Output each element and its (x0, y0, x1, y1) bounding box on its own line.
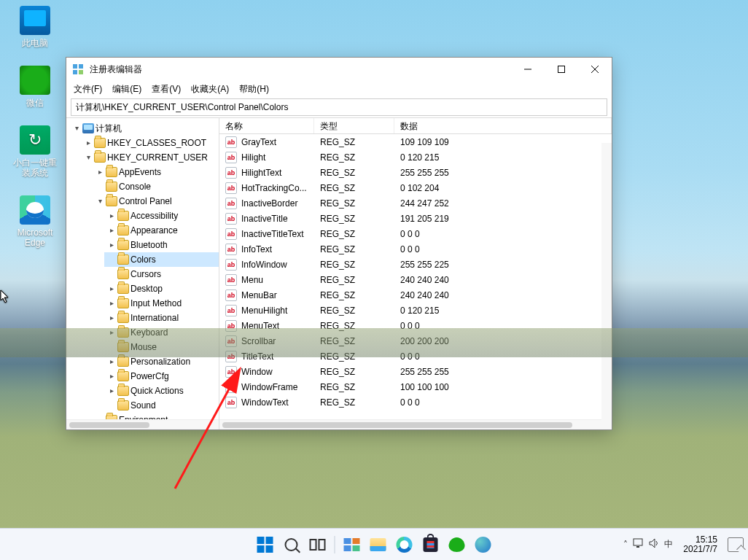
maximize-button[interactable] (545, 58, 578, 81)
list-item[interactable]: abWindowTextREG_SZ0 0 0 (219, 394, 612, 410)
desktop-icon-edge[interactable]: Microsoft Edge (12, 195, 58, 248)
list-item[interactable]: abHilightREG_SZ0 120 215 (219, 149, 612, 165)
tree-node[interactable]: ▸Input Method (104, 296, 219, 311)
list-item[interactable]: abWindowREG_SZ255 255 255 (219, 364, 612, 379)
list-item[interactable]: abHilightTextREG_SZ255 255 255 (219, 165, 612, 180)
menu-help[interactable]: 帮助(H) (235, 82, 273, 97)
list-item[interactable]: abWindowFrameREG_SZ100 100 100 (219, 379, 612, 394)
desktop-icon-xiaobai[interactable]: 小白一键重装系统 (12, 125, 58, 178)
tree-node[interactable]: ▸Desktop (104, 281, 219, 296)
tree-node[interactable]: Colors (104, 252, 219, 267)
taskbar-right: ˄ 中 15:15 2021/7/7 (623, 535, 744, 554)
tree-label: Mouse (130, 340, 157, 354)
tree-node[interactable]: ▸Keyboard (104, 325, 219, 340)
taskview-button[interactable] (308, 535, 327, 554)
list-item[interactable]: abMenuTextREG_SZ0 0 0 (219, 318, 612, 333)
tree-label: International (130, 311, 179, 325)
tree-node[interactable]: ▾Control Panel (93, 194, 219, 209)
network-icon[interactable] (632, 538, 644, 551)
clock[interactable]: 15:15 2021/7/7 (680, 535, 720, 554)
volume-icon[interactable] (648, 538, 660, 551)
tree-node[interactable]: Console (93, 179, 219, 194)
tree-node[interactable]: ▸Personalization (104, 354, 219, 369)
list-item[interactable]: abMenuHilightREG_SZ0 120 215 (219, 303, 612, 318)
folder-icon (117, 327, 129, 338)
tree-label: Desktop (130, 281, 163, 296)
chevron-right-icon: ▸ (84, 136, 93, 150)
system-tray[interactable]: ˄ 中 (623, 538, 673, 551)
value-name: TitleText (241, 351, 273, 362)
taskbar-divider (335, 536, 335, 553)
list-item[interactable]: abMenuREG_SZ240 240 240 (219, 272, 612, 287)
list-item[interactable]: abInfoTextREG_SZ0 0 0 (219, 241, 612, 257)
column-name[interactable]: 名称 (219, 118, 314, 133)
explorer-icon (370, 538, 386, 551)
tree-node-hkcr[interactable]: ▸ HKEY_CLASSES_ROOT (81, 136, 219, 150)
list-rows[interactable]: abGrayTextREG_SZ109 109 109abHilightREG_… (219, 134, 612, 419)
store-button[interactable] (421, 535, 440, 554)
tree-node[interactable]: ▸Quick Actions (104, 384, 219, 398)
list-item[interactable]: abMenuBarREG_SZ240 240 240 (219, 287, 612, 303)
list-horizontal-scrollbar[interactable] (219, 419, 612, 429)
value-data: 255 255 255 (394, 168, 612, 178)
tree-label: Bluetooth (130, 238, 168, 252)
start-button[interactable] (256, 535, 275, 554)
string-value-icon: ab (225, 198, 237, 209)
address-bar[interactable]: 计算机\HKEY_CURRENT_USER\Control Panel\Colo… (71, 98, 607, 116)
tree-node[interactable]: ▸International (104, 311, 219, 325)
minimize-button[interactable] (511, 58, 545, 81)
wechat-button[interactable] (448, 535, 467, 554)
value-type: REG_SZ (314, 137, 394, 147)
tree-node-hkcu[interactable]: ▾ HKEY_CURRENT_USER (81, 150, 219, 165)
titlebar[interactable]: 注册表编辑器 (66, 58, 612, 81)
svg-rect-5 (558, 66, 565, 73)
list-item[interactable]: abInactiveTitleTextREG_SZ0 0 0 (219, 226, 612, 241)
explorer-button[interactable] (369, 535, 388, 554)
desktop-icon-this-pc[interactable]: 此电脑 (12, 6, 58, 48)
tree-node[interactable]: ▸Accessibility (104, 209, 219, 223)
widgets-button[interactable] (343, 535, 362, 554)
tree-node[interactable]: Sound (104, 398, 219, 413)
close-button[interactable] (578, 58, 612, 81)
search-button[interactable] (282, 535, 301, 554)
tree-node[interactable]: ▸PowerCfg (104, 369, 219, 384)
desktop[interactable]: 此电脑 微信 小白一键重装系统 Microsoft Edge 注册表编辑器 (0, 0, 748, 560)
taskbar[interactable]: ˄ 中 15:15 2021/7/7 (0, 528, 748, 560)
value-name: MenuBar (241, 290, 277, 300)
column-type[interactable]: 类型 (314, 118, 394, 133)
menu-edit[interactable]: 编辑(E) (108, 82, 146, 97)
edge-icon (397, 537, 413, 553)
tree-node[interactable]: ▸Bluetooth (104, 238, 219, 252)
menu-fav[interactable]: 收藏夹(A) (187, 82, 233, 97)
menu-file[interactable]: 文件(F) (69, 82, 106, 97)
string-value-icon: ab (225, 366, 237, 378)
list-item[interactable]: abInactiveTitleREG_SZ191 205 219 (219, 211, 612, 226)
registry-tree[interactable]: ▾ 计算机 ▸ HKEY_CLASSES_ROOT ▾ (66, 118, 219, 429)
tree-node[interactable]: Mouse (104, 340, 219, 354)
tree-node-computer[interactable]: ▾ 计算机 (69, 121, 219, 136)
list-item[interactable]: abGrayTextREG_SZ109 109 109 (219, 134, 612, 149)
wechat-icon (20, 66, 50, 95)
list-item[interactable]: abTitleTextREG_SZ0 0 0 (219, 349, 612, 364)
tree-node[interactable]: ▸Appearance (104, 223, 219, 238)
menu-view[interactable]: 查看(V) (147, 82, 185, 97)
chevron-right-icon: ▸ (107, 281, 116, 296)
tree-node[interactable]: Cursors (104, 267, 219, 281)
ime-indicator[interactable]: 中 (664, 538, 673, 551)
tray-overflow-icon[interactable]: ˄ (623, 540, 628, 550)
column-data[interactable]: 数据 (394, 118, 612, 133)
list-item[interactable]: abHotTrackingCo...REG_SZ0 102 204 (219, 180, 612, 195)
edge-button[interactable] (395, 535, 414, 554)
list-item[interactable]: abScrollbarREG_SZ200 200 200 (219, 333, 612, 349)
tree-node[interactable]: ▸AppEvents (93, 165, 219, 179)
value-type: REG_SZ (314, 168, 394, 178)
clock-date: 2021/7/7 (683, 545, 717, 554)
list-item[interactable]: abInactiveBorderREG_SZ244 247 252 (219, 195, 612, 211)
list-item[interactable]: abInfoWindowREG_SZ255 255 225 (219, 257, 612, 272)
tree-horizontal-scrollbar[interactable] (66, 419, 219, 429)
tree-label: HKEY_CLASSES_ROOT (107, 136, 206, 150)
desktop-icon-label: 此电脑 (12, 38, 58, 48)
notifications-button[interactable] (728, 537, 744, 552)
desktop-icon-wechat[interactable]: 微信 (12, 66, 58, 108)
blue-app-button[interactable] (474, 535, 493, 554)
